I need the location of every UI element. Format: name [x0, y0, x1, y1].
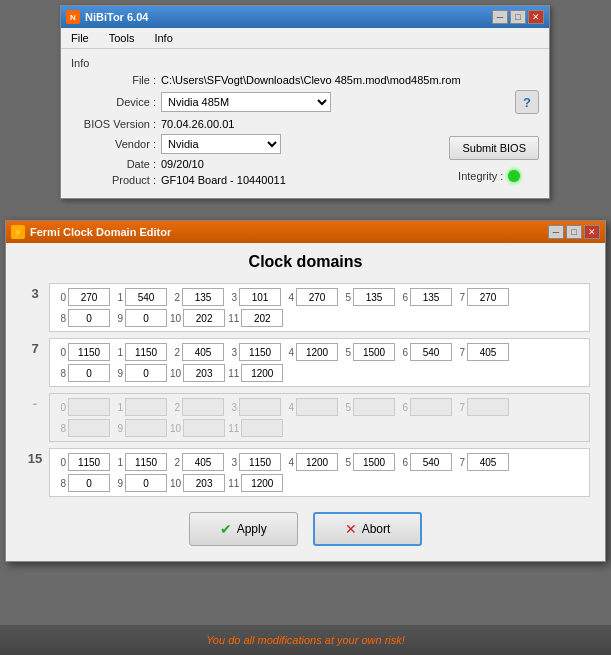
- fermi-maximize-button[interactable]: □: [566, 225, 582, 239]
- domain-dash-row1: 0 1 2 3 4 5 6 7: [56, 398, 583, 416]
- cell-d15-3: 3: [227, 453, 281, 471]
- product-label: Product :: [71, 174, 161, 186]
- cell-d7-6: 6: [398, 343, 452, 361]
- input-d15-4[interactable]: [296, 453, 338, 471]
- input-d15-3[interactable]: [239, 453, 281, 471]
- product-row: Product : GF104 Board - 10440011: [71, 174, 439, 186]
- cell-d3-4: 4: [284, 288, 338, 306]
- x-icon: ✕: [345, 521, 357, 537]
- input-d3-7[interactable]: [467, 288, 509, 306]
- input-d15-2[interactable]: [182, 453, 224, 471]
- input-d3-3[interactable]: [239, 288, 281, 306]
- input-d15-6[interactable]: [410, 453, 452, 471]
- input-d15-11[interactable]: [241, 474, 283, 492]
- submit-bios-button[interactable]: Submit BIOS: [449, 136, 539, 160]
- cell-d3-11: 11: [228, 309, 283, 327]
- cell-d15-6: 6: [398, 453, 452, 471]
- cell-d15-1: 1: [113, 453, 167, 471]
- fermi-close-button[interactable]: ✕: [584, 225, 600, 239]
- help-button[interactable]: ?: [515, 90, 539, 114]
- nibitor-menu-bar: File Tools Info: [61, 28, 549, 49]
- nibitor-icon: N: [66, 10, 80, 24]
- cell-d3-8: 8: [56, 309, 110, 327]
- vendor-row: Vendor : Nvidia: [71, 134, 439, 154]
- input-d7-4[interactable]: [296, 343, 338, 361]
- cell-d7-7: 7: [455, 343, 509, 361]
- input-d15-7[interactable]: [467, 453, 509, 471]
- device-row: Device : Nvidia 485M: [71, 92, 510, 112]
- input-d7-8[interactable]: [68, 364, 110, 382]
- input-d7-11[interactable]: [241, 364, 283, 382]
- cell-d7-10: 10: [170, 364, 225, 382]
- input-d7-0[interactable]: [68, 343, 110, 361]
- cell-dd-0: 0: [56, 398, 110, 416]
- abort-button[interactable]: ✕ Abort: [313, 512, 423, 546]
- input-dd-5: [353, 398, 395, 416]
- domain-15-rows: 0 1 2 3 4 5 6 7 8 9 10 11: [49, 448, 590, 497]
- input-d15-5[interactable]: [353, 453, 395, 471]
- file-row: File : C:\Users\SFVogt\Downloads\Clevo 4…: [71, 74, 539, 86]
- nibitor-minimize-button[interactable]: ─: [492, 10, 508, 24]
- cell-d15-0: 0: [56, 453, 110, 471]
- input-d15-10[interactable]: [183, 474, 225, 492]
- nibitor-window-controls: ─ □ ✕: [492, 10, 544, 24]
- input-d3-11[interactable]: [241, 309, 283, 327]
- input-d3-8[interactable]: [68, 309, 110, 327]
- cell-d15-8: 8: [56, 474, 110, 492]
- cell-dd-6: 6: [398, 398, 452, 416]
- nibitor-maximize-button[interactable]: □: [510, 10, 526, 24]
- date-row: Date : 09/20/10: [71, 158, 439, 170]
- domain-dash-rows: 0 1 2 3 4 5 6 7 8 9 10 11: [49, 393, 590, 442]
- input-d3-10[interactable]: [183, 309, 225, 327]
- fermi-window-controls: ─ □ ✕: [548, 225, 600, 239]
- input-d15-0[interactable]: [68, 453, 110, 471]
- nibitor-titlebar: N NiBiTor 6.04 ─ □ ✕: [61, 6, 549, 28]
- input-d3-0[interactable]: [68, 288, 110, 306]
- fermi-minimize-button[interactable]: ─: [548, 225, 564, 239]
- domain-3-row1: 0 1 2 3 4 5 6 7: [56, 288, 583, 306]
- domain-7-rows: 0 1 2 3 4 5 6 7 8 9 10 11: [49, 338, 590, 387]
- apply-button[interactable]: ✔ Apply: [189, 512, 298, 546]
- input-dd-1: [125, 398, 167, 416]
- input-d15-1[interactable]: [125, 453, 167, 471]
- input-d7-7[interactable]: [467, 343, 509, 361]
- domain-7-row2: 8 9 10 11: [56, 364, 583, 382]
- input-d7-2[interactable]: [182, 343, 224, 361]
- input-d3-5[interactable]: [353, 288, 395, 306]
- input-d3-1[interactable]: [125, 288, 167, 306]
- input-d15-8[interactable]: [68, 474, 110, 492]
- device-label: Device :: [71, 96, 161, 108]
- cell-dd-3: 3: [227, 398, 281, 416]
- input-d15-9[interactable]: [125, 474, 167, 492]
- menu-tools[interactable]: Tools: [104, 30, 140, 46]
- vendor-label: Vendor :: [71, 138, 161, 150]
- input-d3-4[interactable]: [296, 288, 338, 306]
- info-section-label: Info: [71, 57, 539, 69]
- integrity-led: [508, 170, 520, 182]
- domain-dash-label: -: [21, 393, 49, 411]
- cell-d7-4: 4: [284, 343, 338, 361]
- input-d7-9[interactable]: [125, 364, 167, 382]
- vendor-select[interactable]: Nvidia: [161, 134, 281, 154]
- input-d7-5[interactable]: [353, 343, 395, 361]
- nibitor-close-button[interactable]: ✕: [528, 10, 544, 24]
- menu-info[interactable]: Info: [149, 30, 177, 46]
- bios-value: 70.04.26.00.01: [161, 118, 539, 130]
- device-select[interactable]: Nvidia 485M: [161, 92, 331, 112]
- domain-dash-row2: 8 9 10 11: [56, 419, 583, 437]
- input-d3-6[interactable]: [410, 288, 452, 306]
- input-dd-6: [410, 398, 452, 416]
- input-d3-9[interactable]: [125, 309, 167, 327]
- input-d7-1[interactable]: [125, 343, 167, 361]
- input-d7-10[interactable]: [183, 364, 225, 382]
- menu-file[interactable]: File: [66, 30, 94, 46]
- cell-d3-0: 0: [56, 288, 110, 306]
- input-d7-3[interactable]: [239, 343, 281, 361]
- input-d3-2[interactable]: [182, 288, 224, 306]
- domain-3-section: 3 0 1 2 3 4 5 6 7 8 9 10 11: [21, 283, 590, 332]
- cell-d15-7: 7: [455, 453, 509, 471]
- cell-dd-9: 9: [113, 419, 167, 437]
- cell-dd-10: 10: [170, 419, 225, 437]
- fermi-title-group: ⚡ Fermi Clock Domain Editor: [11, 225, 171, 239]
- input-d7-6[interactable]: [410, 343, 452, 361]
